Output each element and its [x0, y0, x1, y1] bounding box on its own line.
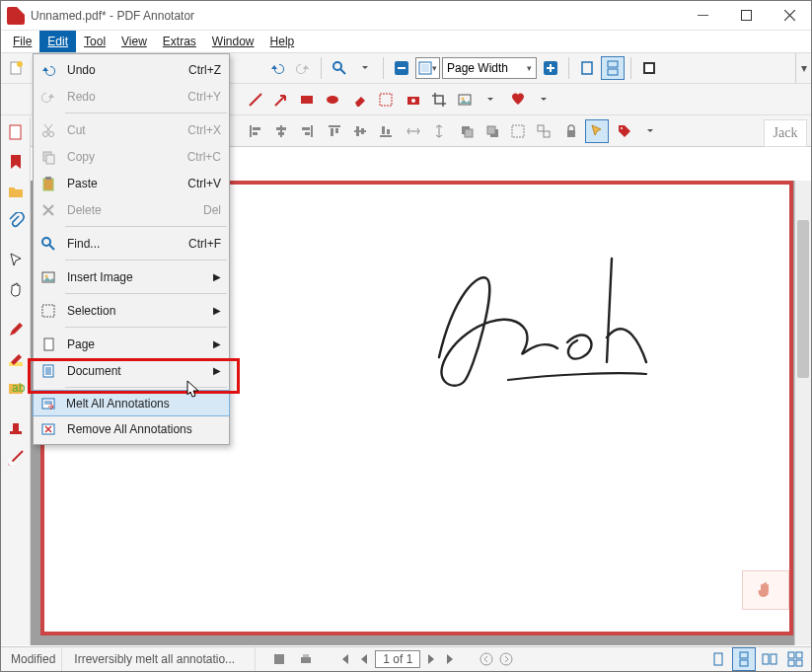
align-left[interactable]: [244, 119, 267, 143]
print-status-icon[interactable]: [294, 647, 318, 671]
shape-tool-icon[interactable]: [3, 445, 29, 471]
erase-area-tool[interactable]: [374, 88, 398, 112]
single-page-button[interactable]: [575, 56, 599, 80]
find-dropdown[interactable]: [353, 56, 377, 80]
select-mode-button[interactable]: [585, 119, 609, 143]
find-button[interactable]: [328, 56, 351, 80]
menu-item-remove-all[interactable]: Remove All Annotations: [34, 415, 229, 442]
crop-tool[interactable]: [427, 88, 451, 112]
tag-button[interactable]: [613, 119, 636, 143]
layout-single-button[interactable]: [706, 647, 730, 671]
align-bottom[interactable]: [374, 119, 398, 143]
first-page-button[interactable]: [335, 650, 353, 668]
vertical-scrollbar[interactable]: [794, 181, 811, 645]
text-tool-icon[interactable]: abl: [3, 376, 29, 402]
menu-item-document[interactable]: Document▶: [34, 357, 229, 384]
hand-icon[interactable]: [3, 277, 29, 303]
bring-front[interactable]: [455, 119, 479, 143]
svg-point-4: [333, 62, 341, 70]
ungroup-button[interactable]: [532, 119, 555, 143]
camera-tool[interactable]: [402, 88, 425, 112]
group-button[interactable]: [506, 119, 530, 143]
toolbar-overflow[interactable]: ▾: [795, 53, 811, 83]
nav-back-button[interactable]: [478, 650, 495, 668]
signature-preview[interactable]: Jack: [764, 119, 807, 147]
menu-item-selection[interactable]: Selection▶: [34, 297, 229, 324]
tag-dropdown[interactable]: [638, 119, 662, 143]
new-button[interactable]: [5, 56, 29, 80]
save-status-icon[interactable]: [267, 647, 291, 671]
menu-help[interactable]: Help: [262, 31, 303, 52]
arrow-cursor-icon[interactable]: [3, 248, 29, 273]
minimize-button[interactable]: [681, 1, 724, 31]
lock-button[interactable]: [559, 119, 583, 143]
menu-item-find[interactable]: Find...Ctrl+F: [34, 230, 229, 257]
rect-tool[interactable]: [295, 88, 319, 112]
menu-item-melt-all[interactable]: Melt All Annotations: [33, 390, 230, 416]
svg-rect-72: [301, 657, 311, 663]
menu-item-copy[interactable]: CopyCtrl+C: [34, 143, 229, 170]
menu-extras[interactable]: Extras: [155, 31, 204, 52]
palm-reject-button[interactable]: [742, 570, 789, 610]
menu-edit[interactable]: Edit: [39, 31, 76, 52]
menu-item-page[interactable]: Page▶: [34, 331, 229, 357]
page-icon[interactable]: [3, 119, 29, 145]
ellipse-tool[interactable]: [321, 88, 344, 112]
distribute-v[interactable]: [427, 119, 451, 143]
zoom-in-button[interactable]: [539, 56, 562, 80]
eraser-tool[interactable]: [348, 88, 372, 112]
undo-button[interactable]: [265, 56, 289, 80]
next-page-button[interactable]: [422, 650, 440, 668]
align-center-h[interactable]: [269, 119, 293, 143]
continuous-page-button[interactable]: [601, 56, 625, 80]
menu-item-undo[interactable]: UndoCtrl+Z: [34, 56, 229, 83]
pen-big-icon[interactable]: [3, 317, 29, 342]
menu-tool[interactable]: Tool: [76, 31, 113, 52]
layout-two-page-button[interactable]: [758, 647, 781, 671]
title-bar: Unnamed.pdf* - PDF Annotator: [1, 1, 811, 31]
last-page-button[interactable]: [442, 650, 460, 668]
svg-rect-28: [276, 127, 286, 130]
image-dropdown[interactable]: [479, 88, 502, 112]
zoom-mode-select[interactable]: Page Width▾: [442, 57, 537, 79]
svg-rect-82: [796, 652, 802, 658]
line-tool[interactable]: [244, 88, 267, 112]
maximize-button[interactable]: [724, 1, 768, 31]
favorite-dropdown[interactable]: [532, 88, 555, 112]
redo-button[interactable]: [291, 56, 315, 80]
menu-file[interactable]: File: [5, 31, 39, 52]
favorite-tool[interactable]: [506, 88, 530, 112]
send-back[interactable]: [480, 119, 504, 143]
menu-item-paste[interactable]: PasteCtrl+V: [34, 170, 229, 196]
fullscreen-button[interactable]: [637, 56, 661, 80]
close-button[interactable]: [768, 1, 811, 31]
menu-view[interactable]: View: [113, 31, 155, 52]
menu-window[interactable]: Window: [204, 31, 262, 52]
highlighter-icon[interactable]: [3, 346, 29, 372]
menu-item-redo[interactable]: RedoCtrl+Y: [34, 83, 229, 110]
arrow-tool[interactable]: [269, 88, 293, 112]
svg-rect-76: [714, 653, 722, 665]
align-top[interactable]: [323, 119, 346, 143]
stamp-icon[interactable]: [3, 415, 29, 441]
document-icon: [38, 361, 58, 381]
svg-rect-27: [280, 125, 282, 137]
attachment-icon[interactable]: [3, 208, 29, 234]
layout-two-continuous-button[interactable]: [783, 647, 807, 671]
zoom-out-button[interactable]: [390, 56, 413, 80]
svg-rect-56: [13, 423, 19, 431]
image-tool[interactable]: [453, 88, 477, 112]
menu-item-cut[interactable]: CutCtrl+X: [34, 116, 229, 143]
align-middle-v[interactable]: [348, 119, 372, 143]
prev-page-button[interactable]: [355, 650, 373, 668]
page-number-field[interactable]: 1 of 1: [375, 650, 420, 668]
menu-item-delete[interactable]: DeleteDel: [34, 196, 229, 223]
menu-item-insert-image[interactable]: Insert Image▶: [34, 263, 229, 290]
nav-forward-button[interactable]: [497, 650, 515, 668]
layout-continuous-button[interactable]: [732, 647, 756, 671]
folder-icon[interactable]: [3, 179, 29, 204]
bookmark-icon[interactable]: [3, 149, 29, 175]
distribute-h[interactable]: [402, 119, 425, 143]
align-right[interactable]: [295, 119, 319, 143]
zoom-fit-select[interactable]: ▾: [415, 57, 440, 79]
